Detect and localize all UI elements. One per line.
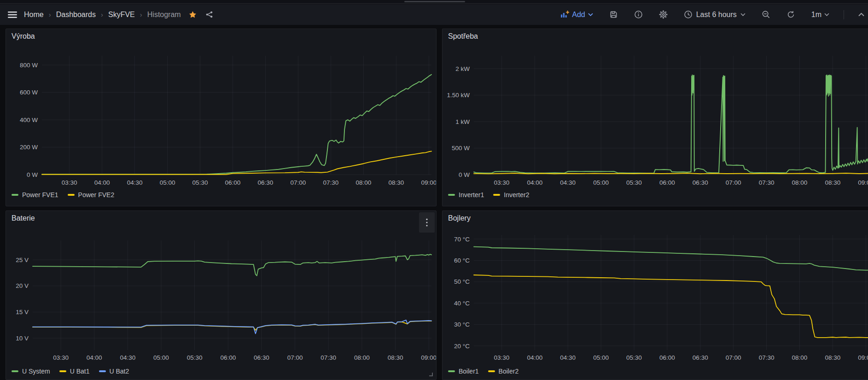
x-axis-tick-label: 08:30 (388, 179, 404, 186)
refresh-icon (786, 10, 795, 19)
x-axis-tick-label: 05:00 (160, 179, 175, 186)
x-axis-tick-label: 07:00 (726, 354, 741, 361)
panel-title[interactable]: Výroba (12, 32, 35, 41)
y-axis-tick-label: 25 V (16, 257, 29, 263)
add-panel-icon (560, 11, 569, 18)
legend-label: Boiler1 (459, 368, 479, 375)
x-axis-tick-label: 08:00 (792, 354, 808, 361)
x-axis-tick-label: 05:00 (153, 354, 169, 361)
y-axis-tick-label: 40 °C (454, 300, 470, 307)
refresh-button[interactable] (785, 8, 797, 21)
y-axis-tick-label: 1 kW (455, 118, 470, 125)
legend-item-u-bat2[interactable]: U Bat2 (99, 368, 129, 375)
y-axis-tick-label: 400 W (20, 117, 38, 123)
dashboard-settings-button[interactable] (657, 8, 670, 21)
refresh-interval-label: 1m (811, 11, 821, 19)
legend-label: Power FVE1 (22, 191, 58, 199)
x-axis-tick-label: 03:30 (494, 354, 509, 361)
toolbar-divider (844, 10, 844, 19)
x-axis-tick-label: 06:00 (659, 354, 675, 361)
panel-resize-handle[interactable] (429, 373, 433, 376)
legend-item-inverter1[interactable]: Inverter1 (448, 191, 484, 199)
y-axis-tick-label: 60 °C (454, 257, 470, 264)
share-button[interactable] (204, 9, 215, 20)
vyroba-chart: 03:3004:0004:3005:0005:3006:0006:3007:00… (6, 29, 437, 206)
share-icon (205, 11, 213, 18)
x-axis-tick-label: 08:30 (825, 179, 840, 186)
series-line-power-fve2 (42, 151, 431, 174)
x-axis-tick-label: 05:30 (626, 179, 642, 186)
breadcrumb-separator: › (49, 11, 51, 18)
legend-item-power-fve1[interactable]: Power FVE1 (12, 191, 58, 199)
x-axis-tick-label: 05:00 (593, 179, 609, 186)
x-axis-tick-label: 09:00 (858, 354, 868, 361)
legend-item-boiler2[interactable]: Boiler2 (488, 368, 519, 375)
legend-item-boiler1[interactable]: Boiler1 (448, 368, 479, 375)
x-axis-tick-label: 04:30 (560, 179, 576, 186)
x-axis-tick-label: 04:30 (560, 354, 576, 361)
zoom-out-time-button[interactable] (760, 8, 772, 21)
time-range-picker[interactable]: Last 6 hours (682, 8, 747, 21)
legend-item-u-system[interactable]: U System (12, 368, 50, 375)
panel-menu-button[interactable] (419, 212, 435, 233)
vyroba-legend: Power FVE1Power FVE2 (12, 191, 114, 199)
favorite-button[interactable] (186, 9, 199, 21)
x-axis-tick-label: 05:30 (192, 179, 208, 186)
x-axis-tick-label: 09:00 (421, 179, 437, 186)
breadcrumb-skyfve[interactable]: SkyFVE (108, 11, 135, 19)
x-axis-tick-label: 03:30 (62, 179, 77, 186)
x-axis-tick-label: 04:00 (94, 179, 110, 186)
breadcrumb: Home › Dashboards › SkyFVE › Histogram (24, 11, 181, 19)
x-axis-tick-label: 06:30 (254, 354, 269, 361)
x-axis-tick-label: 07:00 (726, 179, 741, 186)
panel-baterie: 03:3004:0004:3005:0005:3006:0006:3007:00… (6, 210, 437, 380)
y-axis-tick-label: 70 °C (454, 236, 470, 243)
x-axis-tick-label: 06:00 (220, 354, 236, 361)
x-axis-tick-label: 07:00 (287, 354, 303, 361)
x-axis-tick-label: 05:30 (187, 354, 203, 361)
series-line-boiler1 (474, 247, 868, 270)
gear-icon (659, 10, 668, 19)
panel-title[interactable]: Bojlery (448, 214, 471, 222)
dashboard-info-button[interactable] (632, 8, 645, 21)
series-line-boiler2 (474, 275, 868, 338)
baterie-chart: 03:3004:0004:3005:0005:3006:0006:3007:00… (6, 211, 437, 380)
series-line-power-fve1 (42, 75, 431, 175)
panel-title[interactable]: Spotřeba (448, 32, 478, 41)
y-axis-tick-label: 50 °C (454, 278, 470, 285)
x-axis-tick-label: 07:30 (320, 354, 336, 361)
legend-item-u-bat1[interactable]: U Bat1 (59, 368, 90, 375)
clock-icon (684, 10, 693, 19)
legend-color-pill (12, 194, 18, 196)
spotreba-chart: 03:3004:0004:3005:0005:3006:0006:3007:00… (443, 29, 868, 206)
save-dashboard-button[interactable] (607, 8, 620, 21)
panel-bojlery: 03:3004:0004:3005:0005:3006:0006:3007:00… (442, 210, 868, 380)
legend-item-inverter2[interactable]: Inverter2 (493, 191, 529, 199)
y-axis-tick-label: 200 W (20, 144, 38, 151)
y-axis-tick-label: 600 W (20, 89, 38, 96)
bojlery-legend: Boiler1Boiler2 (448, 368, 518, 375)
add-panel-button[interactable]: Add (559, 9, 594, 21)
breadcrumb-dashboards[interactable]: Dashboards (56, 11, 96, 19)
y-axis-tick-label: 800 W (20, 62, 38, 69)
x-axis-tick-label: 06:30 (693, 354, 708, 361)
x-axis-tick-label: 04:30 (120, 354, 135, 361)
x-axis-tick-label: 07:30 (759, 179, 775, 186)
panel-title[interactable]: Baterie (12, 214, 35, 222)
x-axis-tick-label: 04:00 (87, 354, 102, 361)
chevron-down-icon (824, 13, 829, 17)
refresh-interval-picker[interactable]: 1m (810, 9, 831, 21)
series-line-u-system (33, 254, 431, 276)
star-icon (188, 11, 197, 19)
breadcrumb-histogram[interactable]: Histogram (147, 11, 181, 19)
x-axis-tick-label: 06:30 (693, 179, 708, 186)
navbar: Home › Dashboards › SkyFVE › Histogram (0, 4, 868, 25)
legend-color-pill (493, 194, 500, 196)
series-line-u-bat1 (33, 321, 431, 330)
breadcrumb-home[interactable]: Home (24, 11, 44, 19)
menu-button[interactable] (6, 9, 19, 20)
hamburger-icon (7, 11, 17, 18)
legend-item-power-fve2[interactable]: Power FVE2 (68, 191, 115, 199)
collapse-toolbar-button[interactable] (856, 11, 864, 18)
x-axis-tick-label: 06:00 (225, 179, 241, 186)
